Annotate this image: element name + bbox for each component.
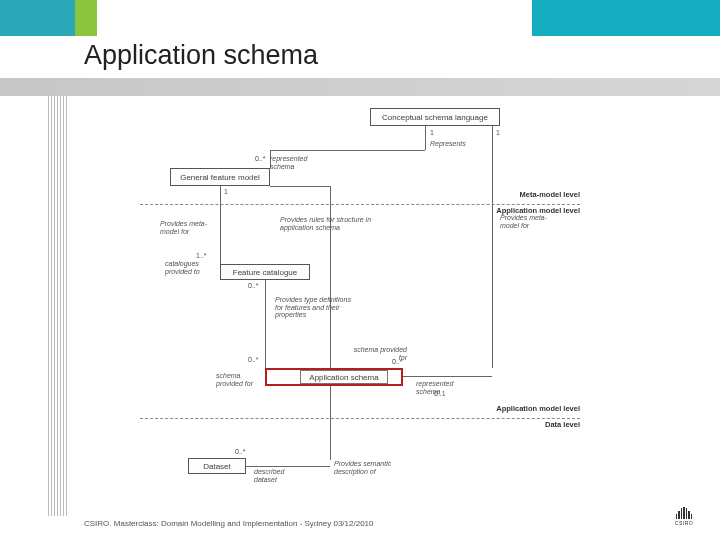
mult-label: 1..* xyxy=(196,252,207,260)
assoc-label: Provides type definitions for features a… xyxy=(275,296,355,319)
assoc-label: Provides rules for structure in applicat… xyxy=(280,216,390,231)
connector xyxy=(220,186,221,264)
assoc-label: Provides semantic description of xyxy=(334,460,424,475)
connector xyxy=(270,186,330,187)
connector xyxy=(403,376,492,377)
mult-label: 1 xyxy=(496,129,500,137)
level-label-meta: Meta-model level xyxy=(492,190,580,199)
box-dataset: Dataset xyxy=(188,458,246,474)
footer-text: CSIRO. Masterclass: Domain Modelling and… xyxy=(84,519,373,528)
assoc-label: Provides meta-model for xyxy=(500,214,560,229)
level-label-app1: Application model level xyxy=(478,206,580,215)
connector xyxy=(270,150,425,151)
header-teal-block xyxy=(0,0,75,36)
connector xyxy=(265,280,266,368)
level-label-data: Data level xyxy=(534,420,580,429)
csiro-logo-text: CSIRO xyxy=(675,520,693,526)
title-underline-band xyxy=(0,78,720,96)
connector xyxy=(492,126,493,368)
box-conceptual-schema-language: Conceptual schema language xyxy=(370,108,500,126)
header-band xyxy=(0,0,720,36)
mult-label: 0..* xyxy=(255,155,266,163)
csiro-logo: CSIRO xyxy=(670,502,698,530)
mult-label: 0..1 xyxy=(434,390,446,398)
mult-label: 0..* xyxy=(248,356,259,364)
header-teal-right xyxy=(532,0,720,36)
assoc-label: Provides meta-model for xyxy=(160,220,220,235)
level-divider-1 xyxy=(140,204,580,205)
assoc-label: Represents xyxy=(430,140,466,148)
mult-label: 1 xyxy=(224,188,228,196)
assoc-label: schema provided for xyxy=(216,372,266,387)
header-green-block xyxy=(75,0,97,36)
connector xyxy=(330,386,331,460)
page-title: Application schema xyxy=(84,40,318,71)
connector xyxy=(425,126,426,150)
mult-label: 1 xyxy=(430,129,434,137)
mult-label: 0..* xyxy=(392,358,403,366)
assoc-label: represented schema xyxy=(270,155,330,170)
connector xyxy=(246,466,330,467)
box-application-schema: Application schema xyxy=(300,370,388,384)
mult-label: 0..* xyxy=(235,448,246,456)
mult-label: 0..* xyxy=(248,282,259,290)
box-general-feature-model: General feature model xyxy=(170,168,270,186)
connector xyxy=(330,186,331,368)
uml-diagram: Conceptual schema language General featu… xyxy=(120,100,610,500)
left-guideline-stripes xyxy=(48,96,70,516)
level-divider-2 xyxy=(140,418,580,419)
level-label-app2: Application model level xyxy=(478,404,580,413)
csiro-logo-bars-icon xyxy=(676,507,693,519)
assoc-label: catalogues provided to xyxy=(165,260,215,275)
box-feature-catalogue: Feature catalogue xyxy=(220,264,310,280)
assoc-label: described dataset xyxy=(254,468,304,483)
